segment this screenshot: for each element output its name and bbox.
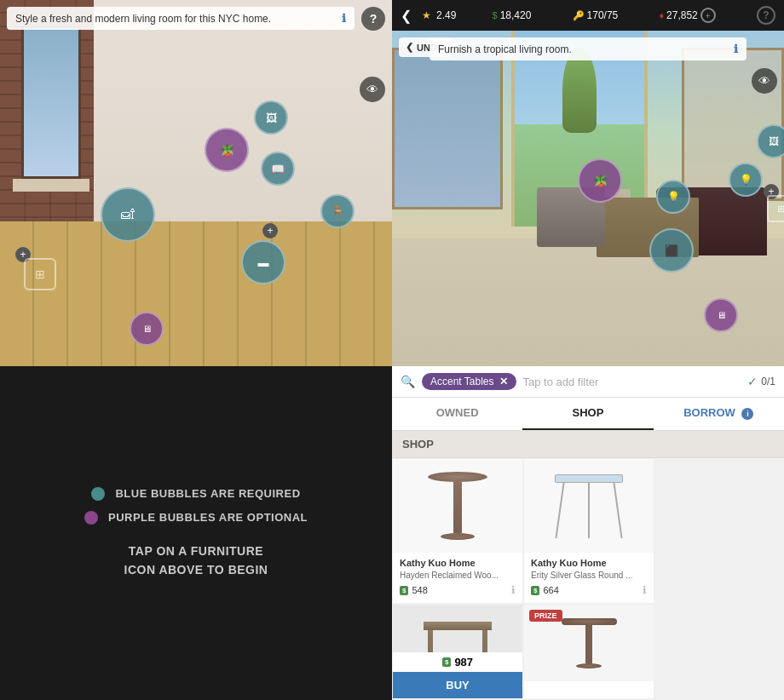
items-grid: Kathy Kuo Home Hayden Reclaimed Woo... $… [392,458,784,700]
search-icon: 🔍 [401,375,415,388]
price-val-1: 548 [412,585,427,595]
add-diamonds-btn[interactable]: + [700,8,716,23]
eye-button-left[interactable]: 👁 [360,77,385,102]
blue-legend-text: BLUE BUBBLES ARE REQUIRED [115,487,300,500]
info-icon-left: ℹ [342,12,346,25]
window-left [21,26,81,179]
status-left: ❮ ★ 2.49 [401,8,456,24]
art2-bubble[interactable]: 🖥 [130,312,164,346]
info-bar-right: Furnish a tropical living room. ℹ [429,37,747,60]
keys-value: 170/75 [587,9,619,21]
star-icon: ★ [422,9,431,21]
item-info-2: Kathy Kuo Home Erity Silver Glass Round … [524,553,654,603]
lamp2-bubble-r[interactable]: 💡 [729,163,763,197]
price-icon-1: $ [400,586,408,595]
diamonds-icon: ♦ [659,10,664,20]
shop-section: 🔍 Accent Tables ✕ Tap to add filter ✓ 0/… [392,366,784,700]
tab-shop[interactable]: SHOP [522,398,653,430]
item-image-1 [393,459,522,553]
left-panel: Style a fresh and modern living room for… [0,0,392,700]
item-info-icon-2[interactable]: ℹ [643,584,647,596]
plant-bubble-r[interactable]: 🪴 [578,158,622,203]
help-button-left[interactable]: ? [361,7,385,31]
add-table-btn-r[interactable]: ⊞ [767,195,784,222]
status-bar: ❮ ★ 2.49 $ 18,420 🔑 170/75 ♦ 27,852 + ? [392,0,784,31]
shop-header: SHOP [392,431,784,458]
pedestal-table-visual [428,472,487,540]
add-btn-2[interactable]: + [262,223,278,238]
diamonds-stat: ♦ 27,852 + [659,8,715,23]
buy-price-val: 987 [454,656,473,668]
purple-legend: PURPLE BUBBLES ARE OPTIONAL [84,511,308,525]
info-bar-left: Style a fresh and modern living room for… [7,7,355,30]
diamonds-value: 27,852 [666,9,698,21]
borrow-info-icon: i [741,408,753,420]
item-price-2: $ 664 ℹ [531,584,647,596]
item-price-1: $ 548 ℹ [400,584,516,596]
add-filter-text[interactable]: Tap to add filter [523,376,741,388]
price-icon-2: $ [531,586,539,595]
item-info-icon-1[interactable]: ℹ [511,584,516,596]
table-bubble-r[interactable]: ⬛ [649,228,694,273]
sofa-bubble[interactable]: 🛋 [101,187,155,242]
eye-button-right[interactable]: 👁 [752,68,777,94]
item-card-3[interactable]: $ 987 BUY [393,605,522,698]
tabs-bar: OWNED SHOP BORROW i [392,398,784,431]
rating-value: 2.49 [436,9,456,21]
purple-legend-text: PURPLE BUBBLES ARE OPTIONAL [108,511,308,524]
room-view-right: ❮ UNDO Furnish a tropical living room. ℹ… [392,31,784,366]
prize-table-visual [562,618,617,668]
accent-tables-filter[interactable]: Accent Tables ✕ [422,373,516,390]
item-card-1[interactable]: Kathy Kuo Home Hayden Reclaimed Woo... $… [393,459,522,603]
coffee-table-bubble[interactable]: ▬ [241,240,285,284]
tap-instruction: TAP ON A FURNITUREICON ABOVE TO BEGIN [124,542,268,580]
add-table-btn[interactable]: ⊞ [24,258,56,290]
bookshelf-bubble[interactable]: 📖 [261,152,295,186]
buy-price-icon: $ [442,657,451,667]
item-brand-1: Kathy Kuo Home [400,558,516,568]
instructions-panel: BLUE BUBBLES ARE REQUIRED PURPLE BUBBLES… [0,366,392,700]
buy-button[interactable]: BUY [393,672,522,698]
undo-icon: ❮ [406,42,413,53]
item-name-2: Erity Silver Glass Round ... [531,570,647,581]
item-image-2 [524,459,654,553]
right-panel: ❮ ★ 2.49 $ 18,420 🔑 170/75 ♦ 27,852 + ? [392,0,784,700]
plant-bubble[interactable]: 🪴 [205,128,249,172]
filter-count: ✓ 0/1 [747,375,775,388]
purple-dot [84,511,98,525]
prize-badge: PRIZE [529,610,562,622]
tab-owned[interactable]: OWNED [392,398,522,430]
eye-icon-left: 👁 [366,83,378,96]
item-brand-2: Kathy Kuo Home [531,558,647,568]
tv-bubble-r[interactable]: 🖥 [704,298,738,332]
lamp-bubble-r[interactable]: 💡 [656,180,690,214]
item-card-2[interactable]: Kathy Kuo Home Erity Silver Glass Round … [524,459,654,603]
back-button[interactable]: ❮ [401,8,412,24]
coins-value: 18,420 [500,9,532,21]
eye-icon-right: 👁 [758,74,770,88]
keys-stat: 🔑 170/75 [573,9,619,21]
remove-filter-btn[interactable]: ✕ [499,376,508,387]
window-sill [13,179,89,192]
coins-icon: $ [493,10,498,20]
item-name-1: Hayden Reclaimed Woo... [400,570,516,581]
tab-borrow[interactable]: BORROW i [654,398,784,430]
room-description-left: Style a fresh and modern living room for… [15,13,271,25]
price-val-2: 664 [543,585,558,595]
item-card-prize[interactable]: PRIZE [524,605,654,698]
room-description-right: Furnish a tropical living room. [438,43,572,55]
item-info-1: Kathy Kuo Home Hayden Reclaimed Woo... $… [393,553,522,603]
window-right-left [392,48,503,209]
blue-legend: BLUE BUBBLES ARE REQUIRED [91,487,300,501]
art-bubble[interactable]: 🖼 [254,100,288,135]
art-bubble-r[interactable]: 🖼 [757,124,784,158]
coins-stat: $ 18,420 [493,9,532,21]
hairpin-table-visual [555,474,623,538]
check-icon: ✓ [747,375,758,388]
keys-icon: 🔑 [573,10,585,21]
filter-label: Accent Tables [430,376,494,387]
chair-bubble[interactable]: 🪑 [320,194,355,228]
count-value: 0/1 [761,376,775,387]
room-view-left: Style a fresh and modern living room for… [0,0,392,366]
help-button-right[interactable]: ? [757,6,775,25]
